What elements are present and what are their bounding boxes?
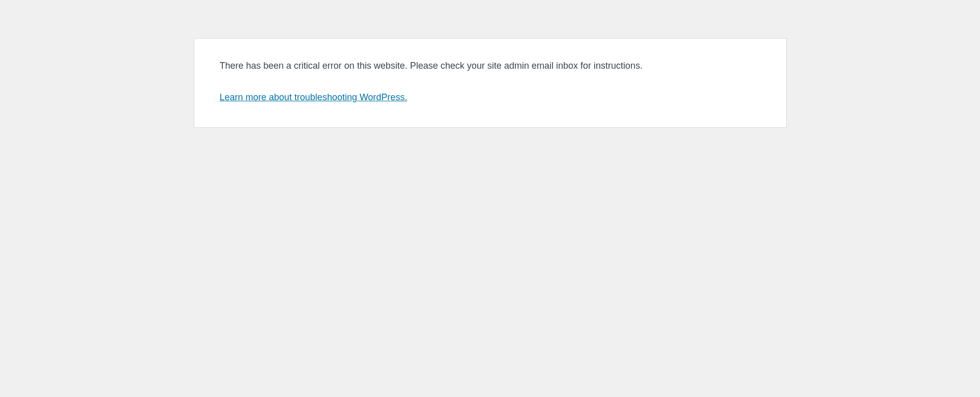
error-message: There has been a critical error on this … bbox=[220, 59, 761, 73]
troubleshoot-link[interactable]: Learn more about troubleshooting WordPre… bbox=[220, 91, 408, 104]
error-container: There has been a critical error on this … bbox=[194, 38, 787, 128]
